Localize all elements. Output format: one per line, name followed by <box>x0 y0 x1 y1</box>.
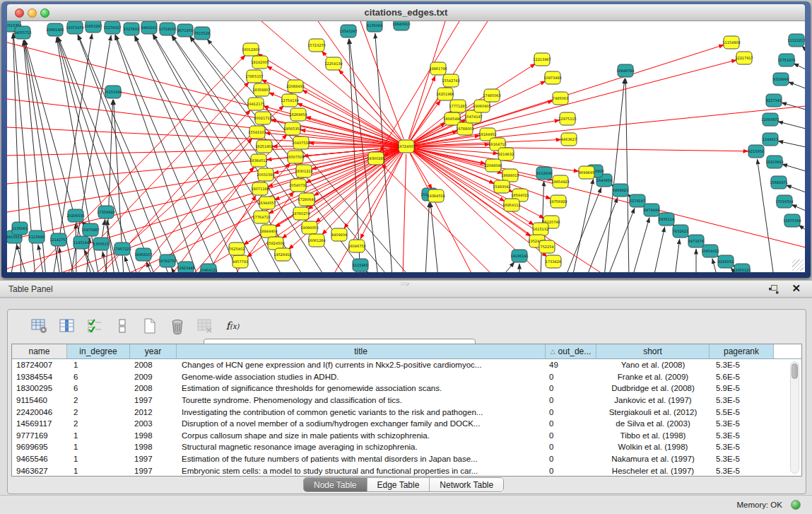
graph-edge[interactable] <box>115 35 219 272</box>
graph-edge[interactable] <box>115 35 198 272</box>
graph-edge[interactable] <box>675 239 680 272</box>
table-row[interactable]: 977716911998Corpus callosum shape and si… <box>12 430 801 442</box>
graph-node[interactable]: 16046758 <box>348 240 365 252</box>
graph-node[interactable]: 10654022 <box>701 245 719 257</box>
column-header-in_degree[interactable]: in_degree <box>67 344 130 358</box>
graph-node[interactable]: 18384512 <box>249 154 267 167</box>
graph-node[interactable]: 18142005 <box>251 56 269 69</box>
graph-node[interactable]: 16251986 <box>436 88 454 100</box>
graph-edge[interactable] <box>654 227 665 272</box>
graph-node[interactable]: 752254 <box>539 240 555 253</box>
graph-edge[interactable] <box>430 202 438 272</box>
vertical-scrollbar[interactable] <box>790 361 799 474</box>
tab-network-table[interactable]: Network Table <box>430 478 503 491</box>
graph-node[interactable]: 19861796 <box>429 62 447 75</box>
graph-edge[interactable] <box>632 218 649 272</box>
select-all-icon[interactable] <box>86 317 104 335</box>
graph-node[interactable]: 15751874 <box>777 54 795 66</box>
graph-node[interactable]: 11675334 <box>783 214 801 227</box>
column-header-title[interactable]: title <box>177 344 546 358</box>
function-builder-icon[interactable]: f(x) <box>223 317 242 335</box>
graph-edge[interactable] <box>403 154 406 272</box>
graph-node[interactable]: 17016504 <box>775 195 793 208</box>
graph-node[interactable]: 12754139 <box>281 94 298 107</box>
graph-node[interactable]: 16507509 <box>286 151 304 163</box>
graph-node[interactable]: 14136141 <box>510 250 528 262</box>
table-settings-icon[interactable] <box>30 317 49 335</box>
graph-edge[interactable] <box>782 103 805 110</box>
graph-node[interactable]: 17764710 <box>252 211 270 223</box>
graph-edge[interactable] <box>786 185 805 192</box>
graph-node[interactable]: 10719155 <box>158 23 176 35</box>
graph-node[interactable]: 9474444 <box>644 204 659 216</box>
graph-node[interactable]: 17485063 <box>483 89 500 102</box>
graph-node[interactable]: 15493042 <box>493 180 510 193</box>
graph-node[interactable]: 6958923 <box>613 184 628 197</box>
graph-node[interactable]: 1135061 <box>12 222 28 235</box>
table-row[interactable]: 2242004622012Investigating the contribut… <box>12 406 801 418</box>
graph-node[interactable]: 16640910 <box>392 21 410 30</box>
graph-node[interactable]: 17855157 <box>245 70 263 83</box>
graph-edge[interactable] <box>413 150 544 218</box>
graph-node[interactable]: 9671355 <box>177 24 193 37</box>
graph-edge[interactable] <box>414 147 498 153</box>
graph-node[interactable]: 18301218 <box>295 165 312 177</box>
graph-node[interactable]: 7485063 <box>553 92 568 105</box>
graph-node[interactable]: 16344557 <box>258 197 276 209</box>
graph-node[interactable]: 12142757 <box>49 233 67 246</box>
graph-node[interactable]: 20891406 <box>46 23 64 36</box>
graph-node[interactable]: 1350515 <box>93 238 109 250</box>
graph-node[interactable]: 8471676 <box>688 235 704 247</box>
graph-node[interactable]: 7632621 <box>673 225 688 238</box>
graph-node[interactable]: 15542743 <box>442 74 459 87</box>
graph-node[interactable]: 17359928 <box>97 206 114 218</box>
graph-node[interactable]: 18269654 <box>289 108 307 121</box>
graph-node[interactable]: 16782759 <box>158 255 176 267</box>
graph-edge[interactable] <box>758 159 774 272</box>
graph-edge[interactable] <box>59 247 62 272</box>
graph-edge[interactable] <box>7 99 399 146</box>
graph-node[interactable]: 7625402 <box>229 243 245 255</box>
graph-edge[interactable] <box>608 208 635 272</box>
graph-node[interactable]: 12213967 <box>533 53 551 66</box>
graph-edge[interactable] <box>16 244 27 272</box>
graph-node[interactable]: 20540730 <box>289 179 307 192</box>
graph-edge[interactable] <box>408 21 445 139</box>
delete-table-icon[interactable] <box>196 317 214 335</box>
graph-edge[interactable] <box>587 197 618 272</box>
tab-edge-table[interactable]: Edge Table <box>367 478 430 491</box>
table-row[interactable]: 1456911722003Disruption of a novel membe… <box>12 418 801 430</box>
row-height-icon[interactable] <box>113 317 131 335</box>
column-header-name[interactable]: name <box>12 344 67 358</box>
graph-node[interactable]: 10975887 <box>81 223 99 236</box>
graph-node[interactable]: 9457791 <box>233 255 248 268</box>
network-graph[interactable]: 2051535414055715208914061937167910653287… <box>7 21 805 272</box>
graph-node[interactable]: 9409934 <box>331 228 347 241</box>
new-file-icon[interactable] <box>141 317 159 335</box>
graph-edge[interactable] <box>792 204 805 211</box>
graph-node[interactable]: 1145194 <box>73 236 89 249</box>
graph-edge[interactable] <box>778 141 805 147</box>
window-titlebar[interactable]: citations_edges.txt <box>7 4 805 21</box>
graph-node[interactable]: 16061264 <box>307 234 325 247</box>
graph-node[interactable]: 18300295 <box>367 152 384 165</box>
graph-edge[interactable] <box>712 259 717 272</box>
graph-edge[interactable] <box>625 78 629 272</box>
graph-node[interactable]: 9152936 <box>536 167 552 180</box>
float-panel-icon[interactable] <box>768 284 779 294</box>
graph-edge[interactable] <box>153 34 304 272</box>
graph-node[interactable]: 17771287 <box>449 100 466 112</box>
table-row[interactable]: 911546021997Tourette syndrome. Phenomeno… <box>12 395 801 407</box>
graph-edge[interactable] <box>425 202 429 272</box>
graph-node[interactable]: 11123217 <box>787 34 805 47</box>
network-canvas[interactable]: 2051535414055715208914061937167910653287… <box>7 21 805 272</box>
graph-node[interactable]: 10653287 <box>84 21 102 33</box>
graph-node[interactable]: 17957223 <box>113 243 131 255</box>
table-row[interactable]: 1938455462009Genome-wide association stu… <box>12 371 801 383</box>
table-row[interactable]: 969969511998Structural magnetic resonanc… <box>12 441 801 453</box>
graph-edge[interactable] <box>124 256 131 272</box>
graph-node[interactable]: 16954111 <box>502 199 520 211</box>
delete-icon[interactable] <box>168 317 187 335</box>
graph-node[interactable]: 12923448 <box>177 262 194 272</box>
graph-node[interactable]: 16788003 <box>456 122 473 135</box>
